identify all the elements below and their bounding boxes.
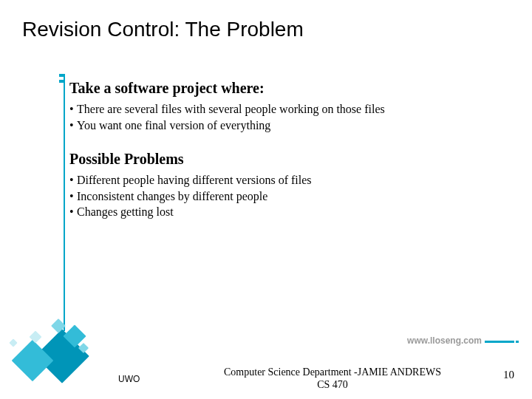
footer-accent-bar <box>516 341 519 343</box>
list-item: •There are several files with several pe… <box>69 101 505 117</box>
bullet-list-1: •There are several files with several pe… <box>69 101 505 133</box>
bullet-text: Different people having different versio… <box>77 172 505 188</box>
vertical-rule <box>64 74 65 331</box>
section-heading-2: Possible Problems <box>69 151 505 168</box>
rule-dash <box>59 74 64 77</box>
slide: Revision Control: The Problem Take a sof… <box>0 0 532 399</box>
decorative-diamonds-icon <box>1 307 112 389</box>
slide-title: Revision Control: The Problem <box>22 18 304 41</box>
list-item: •Different people having different versi… <box>69 172 505 188</box>
page-number: 10 <box>503 369 514 381</box>
list-item: •Inconsistent changes by different peopl… <box>69 188 505 205</box>
footer-uwo: UWO <box>118 374 140 384</box>
bullet-text: Inconsistent changes by different people <box>77 188 505 205</box>
rule-dash <box>59 80 64 83</box>
section-heading-1: Take a software project where: <box>69 80 505 97</box>
content-area: Take a software project where: •There ar… <box>69 80 505 238</box>
footer-department: Computer Science Department -JAMIE ANDRE… <box>207 366 458 392</box>
footer-dept-line2: CS 470 <box>207 379 458 392</box>
bullet-text: There are several files with several peo… <box>77 101 505 117</box>
bullet-list-2: •Different people having different versi… <box>69 172 505 220</box>
footer-accent-bar <box>485 341 514 343</box>
footer-url: www.lloseng.com <box>407 335 482 346</box>
footer-dept-line1: Computer Science Department -JAMIE ANDRE… <box>207 366 458 379</box>
bullet-text: Changes getting lost <box>77 204 505 220</box>
list-item: •Changes getting lost <box>69 204 505 220</box>
list-item: •You want one final version of everythin… <box>69 117 505 134</box>
bullet-text: You want one final version of everything <box>77 117 505 134</box>
